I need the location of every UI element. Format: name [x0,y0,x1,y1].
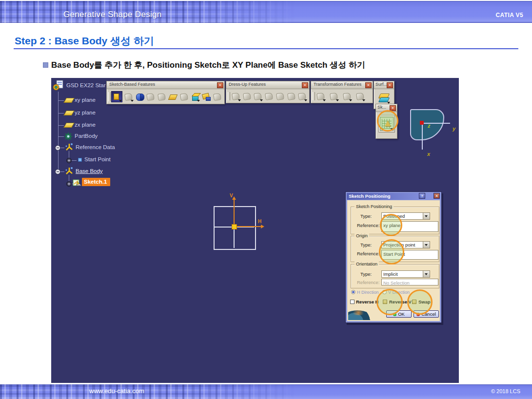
toolbar-grip[interactable] [108,92,111,101]
ok-label: OK [398,311,405,317]
tree-stub [60,148,64,148]
highlight-circle-start-point [379,239,404,265]
draft-icon[interactable] [253,91,263,101]
toolbar-transformation-features: Transformation Features ✕ [311,81,373,103]
tree-expand-handle[interactable] [66,158,72,163]
toolbar-title-label: Dress-Up Features [229,82,266,87]
reverse-h-label: Reverse H [356,299,378,304]
tree-item-sketch1[interactable]: Sketch.1 [84,179,107,185]
rib-icon[interactable] [168,92,178,102]
compass[interactable] [410,109,444,140]
reference-label: Reference: [357,251,379,256]
dropdown-arrow-icon[interactable] [336,99,339,101]
shell-icon[interactable] [264,91,274,101]
compass-origin-handle[interactable] [420,121,424,125]
edge-fillet-icon[interactable] [231,91,241,101]
plane-icon[interactable] [63,98,75,103]
reverse-h-checkbox[interactable] [350,300,355,304]
sketch-icon[interactable] [73,178,82,188]
translation-icon[interactable] [315,91,326,101]
mirror-icon[interactable] [329,91,339,101]
tree-stub [58,100,64,101]
tree-root-label[interactable]: GSD EX22 Star [66,82,106,88]
close-icon[interactable]: ✕ [302,82,308,88]
close-icon[interactable]: ✕ [217,82,223,88]
thickness-icon[interactable] [275,91,285,101]
close-icon[interactable]: ✕ [433,193,440,199]
h-axis-arrowhead [261,225,264,228]
dropdown-arrow-icon[interactable] [323,99,326,101]
help-icon[interactable]: ? [419,193,425,199]
toolbar-title[interactable]: Transformation Features ✕ [311,81,373,89]
tree-item-reference-data[interactable]: Reference Data [76,144,115,150]
dropdown-arrow-icon[interactable] [197,100,200,102]
tree-stub [60,171,64,172]
scaling-icon[interactable] [355,91,365,101]
toolbar-title[interactable]: Sketch-Based Features ✕ [107,81,224,89]
surface-extrude-icon[interactable] [377,92,390,104]
header-title: Generative Shape Design [63,10,162,19]
toolbar-title[interactable]: Dress-Up Features ✕ [226,81,309,89]
tree-item-start-point[interactable]: Start Point [84,156,111,162]
footer-site-link[interactable]: www.edu-catia.com [89,387,144,395]
close-icon[interactable]: ✕ [365,82,372,88]
reference-label: Reference: [357,280,379,285]
type-label: Type: [360,242,372,247]
toolbar-grip[interactable] [228,92,230,100]
h-direction-radio[interactable] [351,290,355,294]
chevron-down-icon[interactable] [423,213,430,219]
dropdown-arrow-icon[interactable] [131,100,134,102]
pocket-icon[interactable] [123,92,134,102]
catia-screenshot: GSD EX22 Star xy plane yz plane zx plane… [51,78,459,383]
dialog-corner-decoration [348,308,374,320]
tree-item-zx-plane[interactable]: zx plane [75,122,96,128]
toolbar-sketch-based-features: Sketch-Based Features ✕ [106,81,225,104]
dropdown-arrow-icon[interactable] [119,100,122,102]
plane-icon[interactable] [63,123,75,128]
dropdown-arrow-icon[interactable] [260,99,263,101]
body-gear-icon[interactable] [63,132,73,141]
orientation-type-select[interactable]: Implicit [381,270,430,278]
field-value: No Selection [383,280,410,285]
dropdown-arrow-icon[interactable] [304,99,307,101]
tree-item-base-body[interactable]: Base Body [76,168,103,174]
type-label: Type: [360,213,372,219]
close-icon[interactable]: ✕ [387,82,393,88]
dropdown-arrow-icon[interactable] [349,99,352,101]
part-document-icon[interactable] [53,80,64,91]
tree-collapse-handle[interactable] [55,145,60,151]
rectangular-pattern-icon[interactable] [342,91,352,101]
dropdown-arrow-icon[interactable] [238,99,241,101]
removed-multi-sections-solid-icon[interactable] [201,92,211,102]
plane-icon[interactable] [63,111,75,115]
solid-combine-icon[interactable] [212,92,222,102]
point-icon[interactable] [78,158,82,162]
geometrical-set-icon[interactable] [64,166,74,176]
toolbar-title[interactable]: Surf... ✕ [374,81,394,89]
dropdown-arrow-icon[interactable] [362,99,365,101]
pad-icon[interactable] [111,91,122,102]
shaft-icon[interactable] [135,92,145,102]
toolbar-grip[interactable] [313,92,315,100]
tree-item-yz-plane[interactable]: yz plane [75,110,96,115]
thread-icon[interactable] [286,91,296,101]
footer-copyright: © 2018 LCS [491,388,520,394]
tree-expand-handle[interactable] [66,181,72,187]
hole-icon[interactable] [157,92,167,102]
sketch-origin-point[interactable] [232,224,237,229]
geometrical-set-icon[interactable] [64,142,74,152]
tree-item-xy-plane[interactable]: xy plane [75,97,96,103]
groove-icon[interactable] [145,92,156,102]
slot-icon[interactable] [179,92,189,102]
chevron-down-icon[interactable] [423,242,430,248]
chamfer-icon[interactable] [242,91,252,101]
dialog-titlebar[interactable]: Sketch Positioning [347,193,440,200]
tree-item-partbody[interactable]: PartBody [75,133,98,139]
brand-label: CATIA V5 [495,12,523,19]
title-underline [14,48,518,49]
chevron-down-icon[interactable] [423,271,430,277]
remove-face-icon[interactable] [297,91,307,101]
multi-sections-solid-icon[interactable] [190,92,200,102]
tree-collapse-handle[interactable] [55,169,60,174]
footer-band: www.edu-catia.com © 2018 LCS [0,384,532,399]
